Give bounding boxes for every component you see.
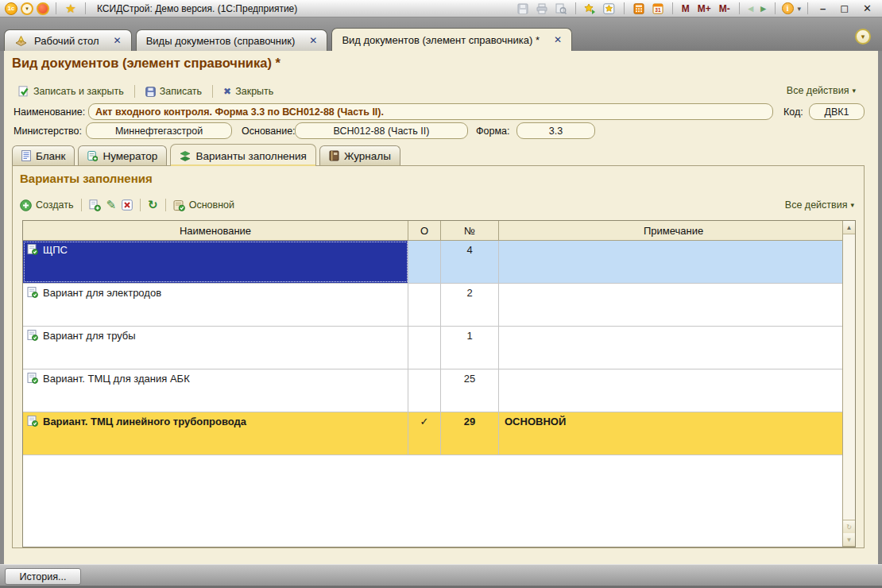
note-cell xyxy=(499,284,842,326)
favorites-star-icon[interactable]: ★ xyxy=(63,2,79,16)
tab-document-kinds-list[interactable]: Виды документов (справочник) ✕ xyxy=(136,29,328,51)
scroll-up-icon[interactable]: ▲ xyxy=(843,221,855,234)
print-icon[interactable] xyxy=(534,2,550,16)
save-button[interactable]: Записать xyxy=(141,84,207,99)
delete-button[interactable] xyxy=(122,199,133,211)
number-cell: 25 xyxy=(441,369,499,412)
info-caret-icon[interactable]: ▾ xyxy=(798,5,802,13)
refresh-icon[interactable]: ↻ xyxy=(148,198,158,212)
divider xyxy=(81,199,82,211)
name-label: Наименование: xyxy=(14,106,85,118)
tab-fill-variants[interactable]: Варианты заполнения xyxy=(170,144,316,166)
note-cell xyxy=(499,327,842,369)
history-forward-icon[interactable]: ► xyxy=(759,3,768,14)
history-back-icon[interactable]: ◄ xyxy=(746,3,756,14)
table-header: Наименование О № Примечание xyxy=(23,221,842,241)
document-check-icon xyxy=(27,287,38,298)
minimize-button[interactable]: – xyxy=(814,2,831,14)
close-tab-icon[interactable]: ✕ xyxy=(114,35,122,46)
memory-store-button[interactable]: M xyxy=(679,3,692,14)
table-row[interactable]: Вариант для электродов 2 xyxy=(23,284,842,327)
document-check-icon xyxy=(27,373,38,384)
numerator-icon xyxy=(87,150,98,161)
history-button[interactable]: История... xyxy=(5,568,81,585)
save-close-icon xyxy=(18,86,29,97)
titlebar: 1c ▾ ★ КСИДСтрой: Демо версия. (1С:Предп… xyxy=(0,0,882,17)
section-title: Варианты заполнения xyxy=(20,172,153,185)
set-main-variant-button[interactable]: Основной xyxy=(173,199,234,211)
divider xyxy=(775,2,776,14)
variants-icon xyxy=(180,151,191,161)
close-button[interactable]: ✖ Закрыть xyxy=(219,84,278,99)
divider xyxy=(807,2,808,14)
add-favorite-icon[interactable] xyxy=(582,2,598,16)
divider xyxy=(134,85,135,98)
tab-desktop[interactable]: Рабочий стол ✕ xyxy=(4,29,132,51)
close-tab-icon[interactable]: ✕ xyxy=(309,35,317,46)
column-header-name[interactable]: Наименование xyxy=(23,221,408,241)
main-menu-icon[interactable]: ▾ xyxy=(21,2,33,15)
info-icon[interactable]: i xyxy=(782,2,794,14)
number-cell: 4 xyxy=(441,241,499,283)
save-icon[interactable] xyxy=(515,2,531,16)
note-cell: ОСНОВНОЙ xyxy=(499,412,842,455)
column-header-number[interactable]: № xyxy=(441,221,499,241)
ministry-field[interactable]: Миннефтегазстрой xyxy=(86,122,232,139)
scroll-reset-icon[interactable]: ↻ xyxy=(843,520,855,533)
tab-journals[interactable]: Журналы xyxy=(319,145,400,165)
calendar-icon[interactable]: 31 xyxy=(650,2,666,16)
scrollbar-track[interactable] xyxy=(843,234,855,520)
close-tab-icon[interactable]: ✕ xyxy=(554,34,562,45)
table-row[interactable]: Вариант для трубы 1 xyxy=(23,327,842,369)
calculator-icon[interactable] xyxy=(631,2,647,16)
divider xyxy=(624,2,625,14)
table-row-main-variant[interactable]: Вариант. ТМЦ линейного трубопровода ✓ 29… xyxy=(23,412,842,455)
tab-list-dropdown-button[interactable]: ▾ xyxy=(855,29,871,44)
status-bar: История... xyxy=(0,564,882,588)
form-area: Вид документов (элемент справочника) * З… xyxy=(0,51,882,564)
copy-button[interactable] xyxy=(89,199,101,211)
1c-logo-icon: 1c xyxy=(5,2,17,15)
app-window: 1c ▾ ★ КСИДСтрой: Демо версия. (1С:Предп… xyxy=(0,0,882,588)
memory-add-button[interactable]: M+ xyxy=(695,3,714,14)
code-label: Код: xyxy=(783,106,803,118)
delete-x-icon xyxy=(122,199,133,211)
tab-label: Виды документов (справочник) xyxy=(146,35,296,47)
create-button[interactable]: Создать xyxy=(20,199,74,211)
main-flag-cell xyxy=(408,241,441,283)
inner-tab-bar: Бланк Нумератор Варианты заполнения Журн… xyxy=(12,144,400,165)
variants-all-actions-button[interactable]: Все действия ▾ xyxy=(785,199,854,211)
add-plus-icon xyxy=(20,199,32,211)
main-flag-cell xyxy=(408,369,441,412)
memory-subtract-button[interactable]: M- xyxy=(717,3,733,14)
tab-document-kind-element[interactable]: Вид документов (элемент справочника) * ✕ xyxy=(331,28,572,51)
form-number-field[interactable]: 3.3 xyxy=(516,122,595,139)
tab-blank[interactable]: Бланк xyxy=(12,145,75,165)
print-preview-icon[interactable] xyxy=(553,2,569,16)
close-window-button[interactable]: ✕ xyxy=(857,2,877,14)
save-and-close-button[interactable]: Записать и закрыть xyxy=(14,84,129,99)
favorites-list-icon[interactable] xyxy=(602,2,617,16)
number-cell: 29 xyxy=(441,412,499,455)
column-header-note[interactable]: Примечание xyxy=(499,221,842,241)
code-field[interactable]: ДВК1 xyxy=(809,103,865,120)
tab-numerator[interactable]: Нумератор xyxy=(78,145,167,165)
column-header-main-flag[interactable]: О xyxy=(408,221,441,241)
divider xyxy=(672,2,673,14)
edit-pencil-icon[interactable]: ✎ xyxy=(106,198,117,212)
all-actions-button[interactable]: Все действия ▾ xyxy=(787,85,856,96)
svg-text:31: 31 xyxy=(655,7,661,13)
record-icon[interactable] xyxy=(37,2,49,15)
vertical-scrollbar[interactable]: ▲ ↻ ▼ xyxy=(842,221,855,547)
blank-document-icon xyxy=(21,150,31,161)
divider xyxy=(165,199,166,211)
name-field[interactable]: Акт входного контроля. Форма 3.3 по ВСН0… xyxy=(88,103,773,120)
basis-field[interactable]: ВСН012-88 (Часть II) xyxy=(295,122,468,139)
table-row[interactable]: ЩПС 4 xyxy=(23,241,842,284)
table-row[interactable]: Вариант. ТМЦ для здания АБК 25 xyxy=(23,369,842,412)
ministry-label: Министерство: xyxy=(14,126,82,137)
scroll-down-icon[interactable]: ▼ xyxy=(843,533,855,547)
variant-name: Вариант. ТМЦ для здания АБК xyxy=(43,373,190,385)
form-number-label: Форма: xyxy=(476,126,509,137)
maximize-button[interactable]: ◻ xyxy=(834,2,854,14)
